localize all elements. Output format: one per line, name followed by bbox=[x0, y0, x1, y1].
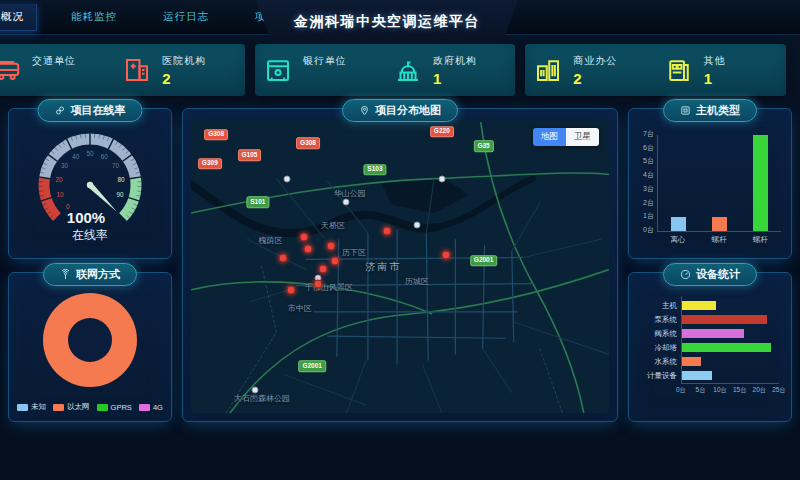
nav-tab-0[interactable]: 概况 bbox=[0, 4, 37, 31]
bar-track bbox=[681, 371, 779, 380]
y-tick-label: 6台 bbox=[643, 143, 654, 153]
project-marker-7[interactable] bbox=[327, 241, 336, 250]
svg-text:70: 70 bbox=[112, 162, 120, 169]
stat-item: 其他1 bbox=[656, 54, 786, 87]
project-marker-5[interactable] bbox=[314, 280, 323, 289]
svg-text:50: 50 bbox=[86, 150, 94, 157]
bar-track bbox=[681, 315, 779, 324]
device-category-label: 计量设备 bbox=[635, 371, 681, 381]
panel-network: 联网方式 未知以太网GPRS4G bbox=[8, 272, 172, 423]
network-donut-chart bbox=[43, 293, 137, 387]
panel-online-rate-header: 项目在线率 bbox=[38, 99, 143, 122]
road-badge: G220 bbox=[430, 126, 454, 138]
project-marker-3[interactable] bbox=[299, 233, 308, 242]
right-column: 主机类型 0台1台2台3台4台5台6台7台 离心螺杆螺杆 设备统计 主机泵系统阀… bbox=[628, 108, 792, 422]
svg-text:100%: 100% bbox=[67, 209, 105, 226]
svg-text:60: 60 bbox=[101, 153, 109, 160]
bar-track bbox=[681, 357, 779, 366]
map-layer-button-地图[interactable]: 地图 bbox=[533, 128, 566, 146]
project-marker-1[interactable] bbox=[318, 265, 327, 274]
network-donut-wrap bbox=[9, 293, 171, 387]
project-marker-0[interactable] bbox=[304, 244, 313, 253]
stat-card-2[interactable]: 商业办公2其他1 bbox=[525, 44, 786, 96]
stat-value: 1 bbox=[704, 70, 726, 87]
svg-text:在线率: 在线率 bbox=[72, 228, 108, 242]
stat-item: 商业办公2 bbox=[525, 54, 655, 87]
x-tick-label: 20台 bbox=[753, 386, 767, 395]
stat-value: 2 bbox=[573, 70, 617, 87]
stat-item: 医院机构2 bbox=[114, 54, 244, 87]
legend-item-3[interactable]: 4G bbox=[139, 402, 163, 412]
stat-item: 银行单位 bbox=[255, 54, 385, 87]
stat-value: 1 bbox=[433, 70, 477, 87]
legend-item-0[interactable]: 未知 bbox=[17, 402, 46, 412]
map-layer-button-卫星[interactable]: 卫星 bbox=[566, 128, 599, 146]
left-column: 项目在线率 0102030405060708090100%在线率 联网方式 未知… bbox=[8, 108, 172, 422]
device-category-label: 泵系统 bbox=[635, 315, 681, 325]
legend-swatch bbox=[97, 404, 108, 411]
host-bar-1 bbox=[712, 217, 727, 231]
panel-title: 设备统计 bbox=[696, 267, 740, 282]
device-bar-0 bbox=[681, 301, 716, 310]
stat-label: 交通单位 bbox=[32, 54, 76, 68]
map-layer-toggle: 地图卫星 bbox=[533, 128, 599, 146]
host-bar-2 bbox=[753, 135, 768, 231]
stat-label: 其他 bbox=[704, 54, 726, 68]
poi-dot bbox=[438, 175, 445, 182]
device-bar-4 bbox=[681, 357, 701, 366]
legend-item-2[interactable]: GPRS bbox=[97, 402, 132, 412]
office-icon bbox=[533, 55, 563, 85]
stat-label: 政府机构 bbox=[433, 54, 477, 68]
project-marker-8[interactable] bbox=[383, 227, 392, 236]
road-badge: G308 bbox=[296, 138, 320, 150]
road-badge: G105 bbox=[238, 149, 262, 161]
x-tick-label: 0台 bbox=[676, 386, 686, 395]
project-map[interactable]: 槐荫区天桥区历下区市中区历城区千佛山风景区济南市华山公园大石崮森林公园G308G… bbox=[191, 120, 609, 413]
svg-text:10: 10 bbox=[57, 191, 65, 198]
y-tick-label: 1台 bbox=[643, 211, 654, 221]
stat-card-0[interactable]: 交通单位医院机构2 bbox=[0, 44, 245, 96]
x-tick-label: 5台 bbox=[696, 386, 706, 395]
panel-network-header: 联网方式 bbox=[43, 263, 137, 286]
map-area-label: 历城区 bbox=[405, 276, 429, 287]
dashboard-screen: 概况能耗监控运行日志项目列表视频监控 金洲科瑞中央空调运维平台 交通单位医院机构… bbox=[0, 0, 800, 480]
device-bar-3 bbox=[681, 343, 771, 352]
stat-card-1[interactable]: 银行单位政府机构1 bbox=[255, 44, 516, 96]
host-type-x-labels: 离心螺杆螺杆 bbox=[657, 235, 781, 245]
road-badge: G308 bbox=[204, 129, 228, 141]
device-stats-chart: 主机泵系统阀系统冷却塔水系统计量设备 0台5台10台15台20台25台 bbox=[629, 273, 791, 397]
road-badge: G2001 bbox=[298, 360, 326, 372]
poi-dot bbox=[251, 386, 258, 393]
project-marker-2[interactable] bbox=[287, 285, 296, 294]
online-rate-gauge: 0102030405060708090100%在线率 bbox=[9, 123, 171, 245]
nav-tab-1[interactable]: 能耗监控 bbox=[59, 4, 129, 30]
host-type-y-axis: 0台1台2台3台4台5台6台7台 bbox=[637, 135, 657, 231]
stat-label: 医院机构 bbox=[162, 54, 206, 68]
host-type-chart: 0台1台2台3台4台5台6台7台 bbox=[629, 109, 791, 232]
bus-icon bbox=[0, 55, 22, 85]
device-row-3: 冷却塔 bbox=[635, 341, 779, 355]
panel-host-type: 主机类型 0台1台2台3台4台5台6台7台 离心螺杆螺杆 bbox=[628, 108, 792, 259]
road-badge: S103 bbox=[363, 164, 386, 176]
nav-tab-2[interactable]: 运行日志 bbox=[151, 4, 221, 30]
project-marker-9[interactable] bbox=[441, 250, 450, 259]
bar-track bbox=[681, 343, 779, 352]
map-area-label: 天桥区 bbox=[321, 220, 345, 231]
stat-cards-row: 交通单位医院机构2银行单位政府机构1商业办公2其他1 bbox=[0, 44, 786, 96]
road-badge: G309 bbox=[198, 158, 222, 170]
stat-value: 2 bbox=[162, 70, 206, 87]
device-category-label: 冷却塔 bbox=[635, 343, 681, 353]
project-marker-6[interactable] bbox=[278, 253, 287, 262]
cpu-icon bbox=[680, 105, 691, 116]
road-badge: S101 bbox=[246, 196, 269, 208]
project-marker-4[interactable] bbox=[331, 256, 340, 265]
svg-text:90: 90 bbox=[116, 191, 124, 198]
stat-label: 商业办公 bbox=[573, 54, 617, 68]
app-title-panel: 金洲科瑞中央空调运维平台 bbox=[256, 0, 518, 43]
top-nav: 概况能耗监控运行日志项目列表视频监控 金洲科瑞中央空调运维平台 bbox=[0, 0, 800, 35]
device-category-label: 主机 bbox=[635, 301, 681, 311]
device-category-label: 阀系统 bbox=[635, 329, 681, 339]
bank-icon bbox=[263, 55, 293, 85]
legend-item-1[interactable]: 以太网 bbox=[53, 402, 90, 412]
poi-dot bbox=[284, 175, 291, 182]
